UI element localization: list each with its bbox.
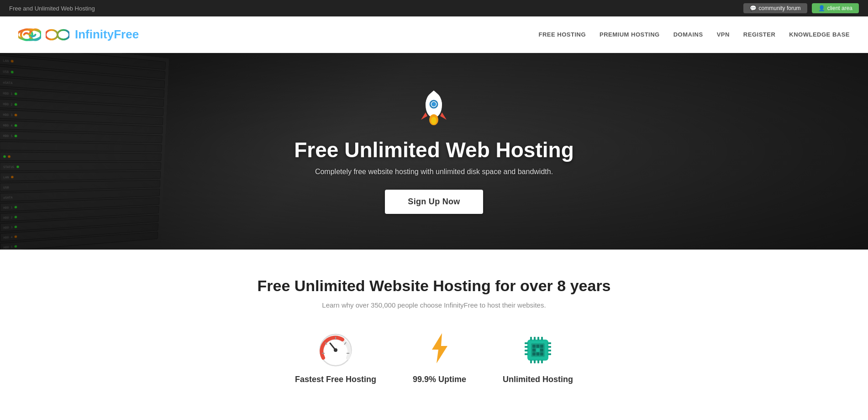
signup-button[interactable]: Sign Up Now [385,190,483,214]
nav-vpn[interactable]: VPN [717,31,730,38]
navbar: InfinityFree FREE HOSTING PREMIUM HOSTIN… [0,16,868,53]
svg-rect-23 [540,349,543,352]
svg-rect-25 [537,352,540,356]
svg-rect-19 [537,345,540,348]
svg-rect-26 [540,352,543,356]
svg-rect-34 [541,360,543,363]
svg-point-9 [334,348,337,352]
svg-rect-42 [547,353,551,355]
nav-register[interactable]: REGISTER [743,31,775,38]
top-bar-buttons: 💬 community forum 👤 client area [743,3,859,13]
svg-rect-33 [537,360,539,363]
hero-content: Free Unlimited Web Hosting Completely fr… [294,89,574,214]
svg-rect-41 [547,350,551,351]
chip-icon-wrap [520,332,556,368]
nav-premium-hosting[interactable]: PREMIUM HOSTING [600,31,660,38]
features-grid: Fastest Free Hosting 99.9% Uptime [18,332,850,384]
feature-unlimited-label: Unlimited Hosting [503,375,573,384]
svg-rect-40 [547,346,551,348]
nav-knowledge-base[interactable]: KNOWLEDGE BASE [789,31,850,38]
feature-fastest: Fastest Free Hosting [295,332,376,384]
svg-point-5 [431,117,437,124]
feature-unlimited: Unlimited Hosting [503,332,573,384]
svg-rect-29 [537,337,539,340]
community-forum-button[interactable]: 💬 community forum [743,3,807,13]
client-area-button[interactable]: 👤 client area [812,3,859,13]
hero-subtitle: Completely free website hosting with unl… [294,168,574,176]
speedometer-icon-wrap [317,332,354,368]
user-icon: 👤 [818,5,825,11]
svg-rect-28 [534,337,536,340]
svg-rect-20 [540,345,543,348]
svg-rect-30 [541,337,543,340]
infinity-logo-icon [18,27,41,42]
features-section: Free Unlimited Website Hosting for over … [0,250,868,403]
svg-rect-35 [525,342,528,344]
nav-links: FREE HOSTING PREMIUM HOSTING DOMAINS VPN… [538,31,850,38]
speedometer-icon [319,333,352,367]
feature-fastest-label: Fastest Free Hosting [295,375,376,384]
rocket-icon [294,89,574,133]
top-bar-title: Free and Unlimited Web Hosting [9,5,95,12]
hero-title: Free Unlimited Web Hosting [294,138,574,162]
svg-rect-21 [532,349,536,352]
nav-free-hosting[interactable]: FREE HOSTING [538,31,586,38]
feature-uptime: 99.9% Uptime [413,332,466,384]
feature-uptime-label: 99.9% Uptime [413,375,466,384]
svg-rect-37 [525,350,528,351]
features-title: Free Unlimited Website Hosting for over … [18,277,850,295]
infinity-sign-icon [46,27,69,42]
hero-section: STATUS LAN USB eSATA HDD 1 HDD 2 HDD 3 H… [0,53,868,250]
lightning-icon [428,332,451,368]
svg-rect-36 [525,346,528,348]
svg-point-3 [431,102,436,106]
svg-rect-24 [532,352,536,356]
svg-rect-18 [532,345,536,348]
svg-rect-39 [547,342,551,344]
lightning-icon-wrap [421,332,458,368]
features-subtitle: Learn why over 350,000 people choose Inf… [18,301,850,309]
nav-domains[interactable]: DOMAINS [673,31,703,38]
svg-marker-15 [432,333,447,363]
svg-rect-27 [530,337,532,340]
svg-rect-31 [530,360,532,363]
forum-icon: 💬 [750,5,757,11]
top-bar: Free and Unlimited Web Hosting 💬 communi… [0,0,868,16]
svg-rect-38 [525,353,528,355]
svg-rect-32 [534,360,536,363]
chip-icon [521,333,555,367]
svg-rect-22 [537,349,540,352]
logo-link[interactable]: InfinityFree [18,27,139,42]
logo-text: InfinityFree [75,27,139,42]
